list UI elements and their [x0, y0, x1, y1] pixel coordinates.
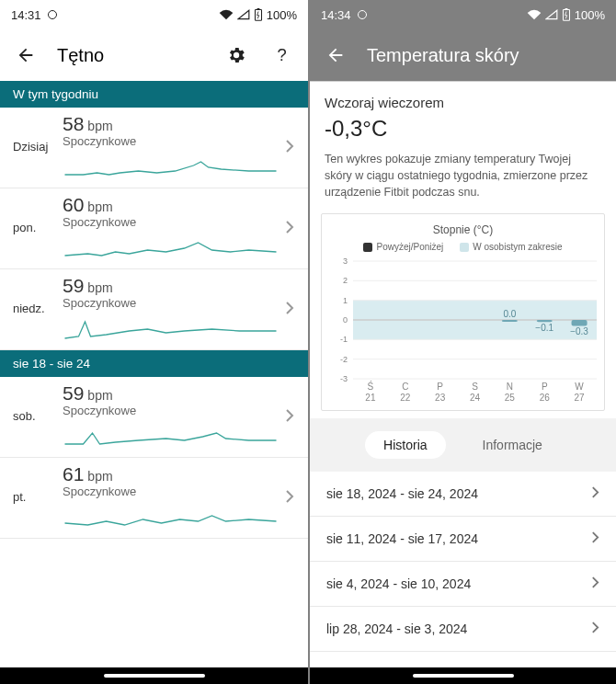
svg-text:P: P [542, 382, 548, 392]
heart-rate-row[interactable]: sob.59 bpmSpoczynkowe [0, 377, 308, 458]
tab-bar: Historia Informacje [310, 418, 616, 472]
svg-rect-2 [257, 8, 259, 9]
chart-title: Stopnie (°C) [331, 223, 595, 236]
svg-text:W: W [575, 382, 584, 392]
heart-rate-row[interactable]: Dzisiaj58 bpmSpoczynkowe [0, 108, 308, 188]
help-button[interactable]: ? [268, 40, 297, 70]
app-indicator-icon [47, 9, 58, 20]
history-range-label: sie 4, 2024 - sie 10, 2024 [326, 576, 471, 591]
svg-text:N: N [507, 382, 513, 392]
svg-rect-25 [537, 320, 553, 322]
svg-point-4 [358, 11, 366, 19]
svg-rect-27 [572, 320, 587, 325]
chevron-right-icon [279, 490, 301, 503]
day-label: pon. [13, 221, 63, 234]
sparkline-chart [63, 313, 279, 342]
bpm-value: 59 [63, 382, 84, 405]
bpm-sublabel: Spoczynkowe [63, 216, 145, 230]
back-button[interactable] [321, 40, 350, 70]
chart-legend: Powyżej/Poniżej W osobistym zakresie [331, 242, 595, 252]
chevron-right-icon [279, 221, 301, 234]
heart-rate-row[interactable]: pon.60 bpmSpoczynkowe [0, 188, 308, 269]
app-bar: Tętno ? [0, 29, 308, 81]
history-list: sie 18, 2024 - sie 24, 2024sie 11, 2024 … [310, 472, 616, 652]
section-header: W tym tygodniu [0, 81, 308, 108]
bpm-unit: bpm [87, 200, 112, 214]
chevron-right-icon [279, 409, 301, 422]
bpm-unit: bpm [87, 280, 112, 295]
svg-text:1: 1 [343, 296, 348, 305]
svg-rect-6 [565, 8, 567, 9]
bpm-sublabel: Spoczynkowe [63, 485, 145, 499]
android-nav-bar [0, 667, 308, 684]
svg-text:P: P [437, 382, 443, 392]
sparkline-chart [63, 151, 279, 180]
wifi-icon [527, 9, 542, 20]
wifi-icon [219, 9, 234, 20]
status-time: 14:34 [321, 8, 351, 22]
status-battery: 100% [267, 8, 297, 22]
svg-text:0.0: 0.0 [503, 309, 516, 319]
status-battery: 100% [575, 8, 605, 22]
page-title: Tętno [57, 45, 104, 66]
legend-swatch-band-icon [460, 243, 469, 252]
svg-text:?: ? [278, 45, 287, 64]
legend-swatch-outside-icon [363, 243, 372, 252]
skin-chart-card: Stopnie (°C) Powyżej/Poniżej W osobistym… [321, 213, 605, 411]
tab-info[interactable]: Informacje [464, 431, 561, 459]
app-indicator-icon [357, 9, 368, 20]
chevron-right-icon [591, 576, 599, 591]
day-label: pt. [13, 490, 63, 504]
signal-icon [545, 9, 558, 20]
chevron-right-icon [279, 140, 301, 153]
chevron-right-icon [591, 621, 599, 636]
battery-icon [254, 8, 263, 21]
signal-icon [237, 9, 250, 20]
svg-text:22: 22 [400, 393, 411, 403]
bpm-value: 60 [63, 194, 84, 216]
bpm-unit: bpm [87, 388, 112, 403]
day-label: Dzisiaj [13, 140, 63, 154]
tab-history[interactable]: Historia [365, 431, 445, 459]
page-title: Temperatura skóry [367, 45, 519, 66]
chevron-right-icon [591, 486, 599, 501]
chevron-right-icon [591, 531, 599, 546]
status-bar: 14:31 100% [0, 0, 308, 29]
svg-text:S: S [472, 382, 478, 392]
history-row[interactable]: lip 28, 2024 - sie 3, 2024 [310, 607, 616, 652]
chevron-right-icon [279, 302, 301, 314]
summary-eyebrow: Wczoraj wieczorem [325, 95, 601, 110]
app-bar: Temperatura skóry [310, 29, 616, 81]
bpm-value: 61 [63, 463, 84, 485]
heart-rate-row[interactable]: pt.61 bpmSpoczynkowe [0, 458, 308, 539]
back-button[interactable] [11, 40, 40, 70]
bpm-sublabel: Spoczynkowe [63, 405, 145, 418]
history-row[interactable]: sie 11, 2024 - sie 17, 2024 [310, 517, 616, 562]
bpm-sublabel: Spoczynkowe [63, 135, 145, 149]
sparkline-chart [63, 232, 279, 261]
status-bar: 14:34 100% [310, 0, 616, 29]
legend-label-band: W osobistym zakresie [473, 242, 562, 252]
skin-chart: -3-2-101230.0−0.1−0.3Ś21C22P23S24N25P26W… [331, 257, 602, 405]
day-label: sob. [13, 409, 63, 423]
svg-text:-1: -1 [340, 336, 348, 345]
section-header: sie 18 - sie 24 [0, 350, 308, 377]
summary-description: Ten wykres pokazuje zmiany temperatury T… [325, 151, 601, 200]
history-row[interactable]: sie 18, 2024 - sie 24, 2024 [310, 472, 616, 517]
settings-button[interactable] [222, 40, 251, 70]
svg-text:−0.3: −0.3 [570, 327, 588, 337]
history-range-label: sie 11, 2024 - sie 17, 2024 [326, 531, 478, 546]
history-row[interactable]: sie 4, 2024 - sie 10, 2024 [310, 562, 616, 607]
svg-text:-2: -2 [340, 355, 348, 364]
svg-text:-3: -3 [340, 374, 348, 383]
sparkline-chart [63, 420, 279, 450]
heart-rate-row[interactable]: niedz.59 bpmSpoczynkowe [0, 269, 308, 350]
svg-rect-23 [502, 320, 518, 322]
bpm-value: 58 [63, 113, 84, 135]
status-time: 14:31 [11, 8, 41, 22]
history-range-label: lip 28, 2024 - sie 3, 2024 [326, 621, 467, 636]
history-range-label: sie 18, 2024 - sie 24, 2024 [326, 486, 478, 501]
svg-text:27: 27 [575, 393, 586, 403]
svg-text:Ś: Ś [368, 381, 374, 392]
svg-text:3: 3 [343, 257, 348, 266]
